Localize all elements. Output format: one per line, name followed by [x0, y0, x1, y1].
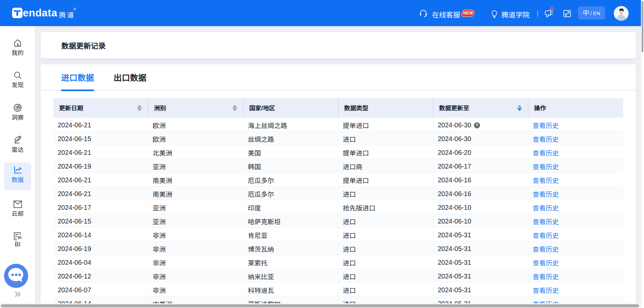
svg-text:BI: BI	[18, 236, 21, 240]
